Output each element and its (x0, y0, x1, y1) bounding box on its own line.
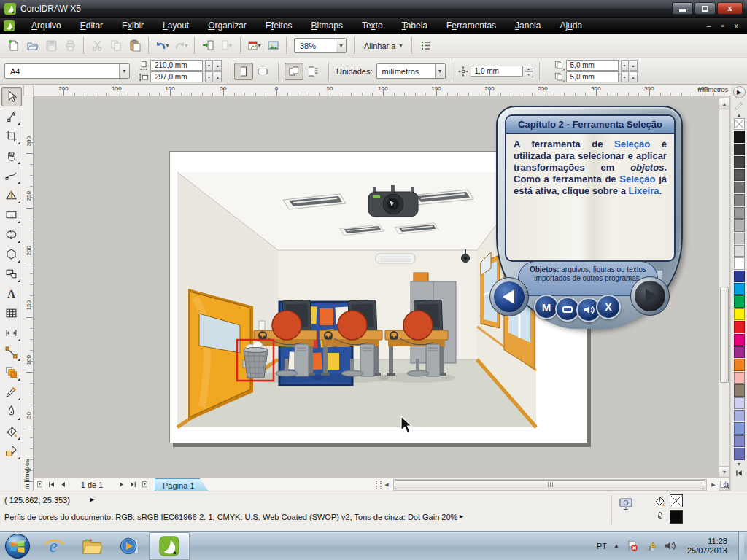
horizontal-scrollbar[interactable] (393, 479, 707, 491)
color-swatch[interactable] (734, 219, 745, 231)
paste-button[interactable] (126, 37, 144, 55)
paper-height-up[interactable]: ▴ (214, 71, 222, 82)
landscape-button[interactable] (253, 63, 272, 80)
color-swatch[interactable] (734, 169, 745, 181)
vertical-scrollbar[interactable]: ▲ ▼ (719, 98, 730, 478)
navigator-zoom-button[interactable] (719, 478, 730, 491)
fill-tool[interactable] (1, 421, 22, 441)
vertical-scroll-thumb[interactable] (720, 287, 729, 383)
dup-y-down[interactable]: ▾ (621, 71, 629, 82)
palette-flyout-button[interactable]: ▶ (733, 86, 746, 98)
menu-editar[interactable]: Editar (71, 18, 112, 33)
menu-layout[interactable]: Layout (153, 18, 198, 33)
nudge-down[interactable]: ▾ (525, 71, 533, 77)
menu-ajuda[interactable]: Ajuda (550, 18, 592, 33)
show-desktop-button[interactable] (738, 532, 744, 560)
tutorial-link[interactable]: Seleção (614, 139, 650, 149)
color-swatch[interactable] (734, 422, 745, 434)
doc-restore-button[interactable]: ▫ (721, 21, 724, 30)
color-swatch[interactable] (734, 182, 745, 193)
outline-status-icon[interactable] (655, 511, 665, 521)
rectangle-tool[interactable] (1, 205, 22, 225)
menu-efeitos[interactable]: Efeitos (256, 18, 302, 33)
new-button[interactable] (4, 37, 22, 55)
color-swatch[interactable] (734, 295, 745, 307)
volume-icon[interactable] (664, 540, 676, 552)
welcome-button[interactable] (264, 37, 282, 55)
menu-ferramentas[interactable]: Ferramentas (437, 18, 506, 33)
page-tab[interactable]: Página 1 (155, 478, 208, 491)
paper-width-field[interactable]: 210,0 mm (150, 60, 203, 71)
palette-scroll-down[interactable]: ▼ (737, 462, 742, 467)
taskbar-clock[interactable]: 11:28 25/07/2013 (687, 537, 727, 556)
palette-open-button[interactable] (735, 469, 743, 478)
navigator-resize-grip[interactable] (376, 481, 382, 489)
taskbar-coreldraw[interactable] (149, 532, 190, 560)
crop-tool[interactable] (1, 126, 22, 146)
save-button[interactable] (42, 37, 60, 55)
tutorial-link[interactable]: Seleção (619, 174, 655, 184)
ellipse-tool[interactable] (1, 225, 22, 244)
language-indicator[interactable]: PT (597, 542, 607, 551)
color-swatch[interactable] (734, 346, 745, 358)
paper-preset-combo[interactable]: A4▾ (4, 63, 130, 79)
import-button[interactable] (199, 37, 217, 55)
swatch-none[interactable] (734, 118, 745, 130)
fill-status-icon[interactable] (654, 495, 665, 507)
cut-button[interactable] (88, 37, 106, 55)
color-swatch[interactable] (734, 233, 745, 244)
open-button[interactable] (23, 37, 41, 55)
menu-organizar[interactable]: Organizar (198, 18, 256, 33)
launcher-button[interactable]: ▾ (245, 37, 263, 55)
menu-exibir[interactable]: Exibir (112, 18, 153, 33)
smart-fill-tool[interactable] (1, 185, 22, 205)
portrait-button[interactable] (234, 63, 253, 80)
pick-tool[interactable] (1, 87, 22, 106)
color-swatch[interactable] (734, 245, 745, 257)
color-swatch[interactable] (734, 207, 745, 219)
dup-x-up[interactable]: ▴ (630, 60, 638, 71)
minimize-button[interactable] (672, 2, 693, 15)
menu-janela[interactable]: Janela (506, 18, 550, 33)
nudge-field[interactable]: 1,0 mm (471, 66, 523, 77)
duplicate-y-field[interactable]: 5,0 mm (566, 71, 619, 82)
color-swatch[interactable] (734, 435, 745, 447)
menu-arquivo[interactable]: Arquivo (22, 18, 71, 33)
color-swatch[interactable] (734, 308, 745, 320)
text-tool[interactable]: A (1, 284, 22, 303)
scroll-up-button[interactable]: ▲ (719, 98, 729, 109)
drop-shadow-tool[interactable] (1, 362, 22, 382)
outline-color-swatch[interactable] (670, 510, 683, 524)
color-swatch[interactable] (734, 410, 745, 421)
color-swatch[interactable] (734, 257, 745, 269)
ruler-origin[interactable] (23, 85, 34, 96)
table-tool[interactable] (1, 303, 22, 323)
options-button[interactable] (417, 37, 434, 55)
basic-shapes-tool[interactable] (1, 264, 22, 284)
color-swatch[interactable] (734, 384, 745, 396)
palette-scroll-up[interactable]: ▲ (737, 112, 742, 117)
color-swatch[interactable] (734, 283, 745, 295)
color-swatch[interactable] (734, 194, 745, 206)
paper-height-field[interactable]: 297,0 mm (150, 71, 203, 82)
tutorial-close-button[interactable]: X (596, 295, 621, 319)
taskbar-internet-explorer[interactable]: e (35, 532, 73, 560)
menu-texto[interactable]: Texto (352, 18, 392, 33)
taskbar-file-explorer[interactable] (73, 532, 111, 560)
color-swatch[interactable] (734, 271, 745, 282)
copy-button[interactable] (107, 37, 125, 55)
freehand-tool[interactable] (1, 166, 22, 185)
color-swatch[interactable] (734, 144, 745, 155)
hidden-icons-chevron[interactable]: ▲ (614, 542, 619, 549)
dup-y-up[interactable]: ▴ (630, 71, 638, 82)
horizontal-scroll-thumb[interactable] (395, 480, 705, 489)
interactive-fill-tool[interactable] (1, 441, 22, 461)
restore-button[interactable] (694, 2, 716, 15)
next-page-button[interactable] (115, 479, 127, 491)
color-swatch[interactable] (734, 321, 745, 332)
paper-width-up[interactable]: ▴ (214, 60, 222, 71)
last-page-button[interactable] (127, 479, 139, 491)
color-swatch[interactable] (734, 448, 745, 459)
add-page-button[interactable] (34, 479, 45, 491)
redo-button[interactable]: ▾ (172, 37, 190, 55)
